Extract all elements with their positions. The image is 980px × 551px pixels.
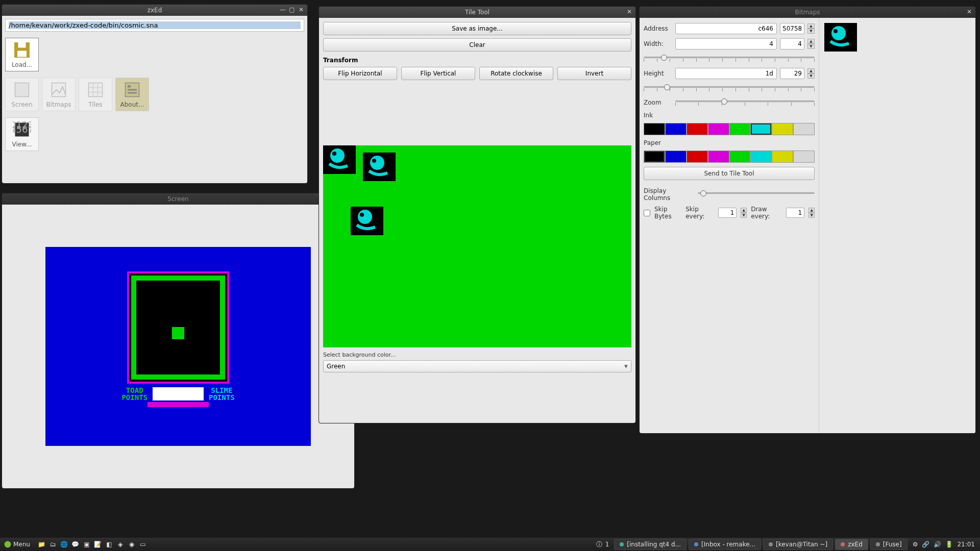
terminal-icon[interactable]: ▣ [82, 540, 91, 549]
minimize-icon[interactable]: — [279, 6, 287, 14]
workspace-indicator[interactable]: ⓘ 1 [591, 539, 615, 550]
spin-up-icon[interactable]: ▲ [807, 39, 815, 44]
screen-titlebar[interactable]: Screen [2, 193, 354, 205]
clear-button[interactable]: Clear [323, 38, 631, 52]
height-hex-input[interactable] [675, 68, 777, 79]
close-icon[interactable]: ✕ [297, 6, 305, 14]
zoom-slider[interactable] [675, 98, 815, 106]
spin-down-icon[interactable]: ▼ [807, 29, 815, 34]
folder-icon[interactable]: 🗂 [48, 540, 58, 549]
about-button[interactable]: About... [115, 78, 149, 111]
bitmaps-window: Bitmaps ✕ Address ▲▼ Width: ▲▼ Height [639, 6, 976, 434]
task-label: [installing qt4 d... [627, 541, 681, 548]
volume-icon[interactable]: 🔊 [934, 541, 941, 548]
display-columns-slider[interactable] [698, 190, 815, 197]
file-path-input[interactable] [9, 21, 301, 29]
show-desktop-icon[interactable]: ▭ [138, 540, 148, 549]
ink-swatch[interactable] [708, 123, 729, 135]
paper-swatch[interactable] [687, 151, 708, 163]
paper-swatch[interactable] [750, 151, 772, 163]
spin-down-icon[interactable]: ▼ [808, 213, 815, 218]
paper-swatch[interactable] [772, 151, 793, 163]
paper-swatch[interactable] [665, 151, 687, 163]
bitmaps-title: Bitmaps [795, 9, 820, 16]
view-button[interactable]: 01234567 View... [5, 117, 39, 151]
app-icon[interactable]: ◧ [105, 540, 114, 549]
svg-rect-2 [18, 42, 26, 48]
address-dec-input[interactable] [780, 23, 804, 34]
app-icon[interactable]: ◉ [127, 540, 136, 549]
ink-swatch[interactable] [687, 123, 708, 135]
sprite-2[interactable] [363, 153, 396, 181]
network-icon[interactable]: 🔗 [922, 541, 929, 548]
tiles-button[interactable]: Tiles [79, 78, 112, 111]
send-to-tile-button[interactable]: Send to Tile Tool [644, 167, 815, 180]
flip-vertical-button[interactable]: Flip Vertical [401, 67, 475, 80]
spin-down-icon[interactable]: ▼ [741, 213, 747, 218]
maximize-icon[interactable]: ▢ [288, 6, 296, 14]
spin-up-icon[interactable]: ▲ [807, 23, 815, 29]
spin-up-icon[interactable]: ▲ [741, 208, 747, 213]
bitmaps-titlebar[interactable]: Bitmaps ✕ [640, 7, 975, 18]
width-dec-input[interactable] [780, 38, 804, 49]
sprite-1[interactable] [323, 145, 356, 174]
taskbar-task[interactable]: [Inbox - remake... [689, 539, 761, 550]
tray-icon[interactable]: ⚙ [913, 541, 918, 548]
svg-point-26 [5, 541, 11, 548]
file-path-field[interactable] [5, 19, 304, 32]
spin-up-icon[interactable]: ▲ [807, 68, 815, 73]
height-slider[interactable] [644, 84, 815, 91]
bitmaps-button[interactable]: Bitmaps [42, 78, 76, 111]
load-button[interactable]: Load... [5, 38, 39, 71]
browser-icon[interactable]: 🌐 [60, 540, 69, 549]
close-icon[interactable]: ✕ [965, 8, 973, 16]
taskbar-task[interactable]: [kevan@Titan ~] [763, 539, 833, 550]
paper-swatch[interactable] [729, 151, 751, 163]
zxed-titlebar[interactable]: zxEd — ▢ ✕ [2, 5, 307, 16]
address-hex-input[interactable] [675, 23, 777, 34]
editor-icon[interactable]: 📝 [93, 540, 103, 549]
save-image-button[interactable]: Save as image... [323, 22, 631, 35]
taskbar-task[interactable]: [Fuse] [870, 539, 908, 550]
skip-every-input[interactable] [718, 208, 737, 218]
ink-swatch[interactable] [665, 123, 687, 135]
ink-swatch[interactable] [644, 123, 665, 135]
bg-color-select[interactable]: Green ▼ [323, 360, 631, 372]
spin-up-icon[interactable]: ▲ [808, 208, 815, 213]
score-panel [153, 387, 204, 400]
rotate-button[interactable]: Rotate clockwise [479, 67, 553, 80]
tile-titlebar[interactable]: Tile Tool ✕ [319, 7, 635, 18]
spin-down-icon[interactable]: ▼ [807, 73, 815, 79]
width-slider[interactable] [644, 55, 815, 62]
files-icon[interactable]: 📁 [37, 540, 46, 549]
task-icon [769, 542, 773, 546]
tile-canvas[interactable] [323, 145, 631, 347]
taskbar-task[interactable]: zxEd [835, 539, 868, 550]
menu-button[interactable]: Menu [0, 538, 34, 551]
paper-swatch[interactable] [793, 151, 815, 163]
chevron-down-icon: ▼ [624, 364, 628, 369]
status-bar [148, 402, 209, 407]
chat-icon[interactable]: 💬 [71, 540, 80, 549]
ink-swatch[interactable] [793, 123, 815, 135]
app-icon[interactable]: ◈ [116, 540, 125, 549]
screen-button[interactable]: Screen [5, 78, 39, 111]
ink-swatch[interactable] [772, 123, 793, 135]
spin-down-icon[interactable]: ▼ [807, 44, 815, 49]
width-hex-input[interactable] [675, 38, 777, 49]
display-columns-label: Display Columns [644, 187, 695, 202]
draw-every-input[interactable] [786, 208, 804, 218]
battery-icon[interactable]: 🔋 [945, 541, 953, 548]
height-dec-input[interactable] [780, 68, 804, 79]
ink-swatch[interactable] [729, 123, 751, 135]
flip-horizontal-button[interactable]: Flip Horizontal [323, 67, 397, 80]
paper-swatch[interactable] [708, 151, 729, 163]
sprite-3[interactable] [351, 207, 383, 235]
taskbar-task[interactable]: [installing qt4 d... [614, 539, 687, 550]
skip-bytes-checkbox[interactable] [644, 210, 650, 216]
close-icon[interactable]: ✕ [625, 8, 633, 16]
ink-swatch[interactable] [750, 123, 772, 135]
clock[interactable]: 21:01 [957, 541, 975, 548]
paper-swatch[interactable] [644, 151, 665, 163]
invert-button[interactable]: Invert [557, 67, 631, 80]
